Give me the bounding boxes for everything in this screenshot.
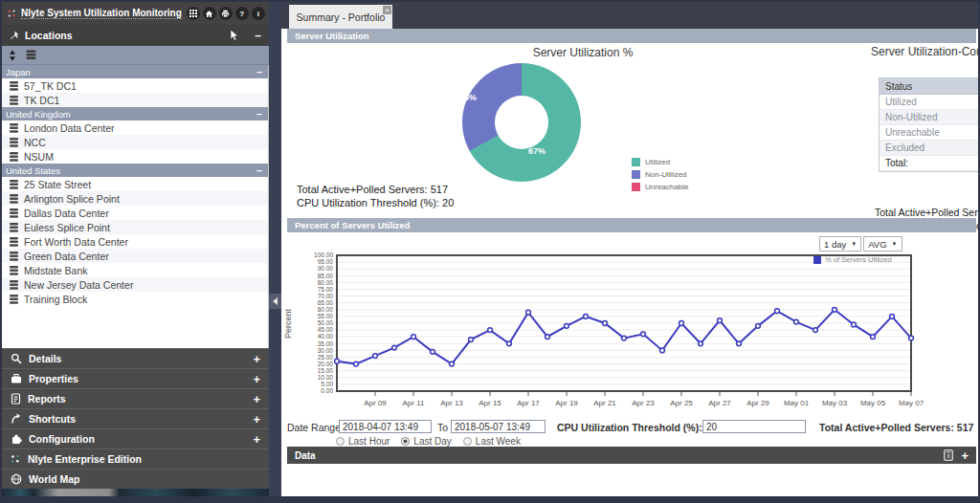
radio-label: Last Hour	[348, 436, 390, 447]
server-icon	[10, 295, 18, 304]
app-window: Nlyte System Utilization Monitoring ? i …	[0, 0, 980, 503]
location-item[interactable]: Euless Splice Point	[2, 220, 268, 234]
radio-button[interactable]	[401, 437, 410, 446]
accordion-label: Details	[29, 353, 61, 364]
help-icon[interactable]: ?	[235, 7, 249, 20]
location-item[interactable]: Fort Worth Data Center	[2, 234, 268, 249]
svg-text:45.00: 45.00	[318, 326, 334, 333]
accordion-item-world-map[interactable]: World Map	[2, 469, 269, 489]
server-filter-icon[interactable]	[26, 50, 36, 60]
excel-export-icon[interactable]: x	[944, 449, 953, 461]
tab-summary-portfolio[interactable]: Summary - Portfolio ×	[289, 5, 392, 29]
collapse-icon[interactable]: –	[256, 108, 262, 120]
right-total-servers-text: Total Active+Polled Servers:	[875, 206, 978, 219]
svg-text:40.00: 40.00	[318, 333, 334, 339]
expand-icon[interactable]: +	[253, 372, 260, 386]
grid-icon[interactable]	[187, 7, 200, 20]
svg-text:0.00: 0.00	[321, 387, 333, 394]
expand-icon[interactable]: +	[961, 449, 969, 462]
server-icon	[10, 252, 18, 261]
interval-value: 1 day	[824, 239, 846, 250]
svg-text:Apr 15: Apr 15	[479, 399, 501, 407]
svg-text:Apr 09: Apr 09	[364, 399, 387, 407]
server-icon	[10, 237, 18, 247]
location-item[interactable]: 57_TK DC1	[2, 78, 268, 93]
location-item[interactable]: Dallas Data Center	[2, 206, 268, 220]
location-item[interactable]: Green Data Center	[2, 249, 268, 263]
radio-option-last-week[interactable]: Last Week	[463, 436, 521, 447]
legend-swatch	[632, 158, 640, 166]
donut-chart[interactable]	[462, 63, 581, 182]
expand-icon[interactable]: +	[253, 412, 260, 426]
sidebar-collapse-button[interactable]	[269, 294, 281, 309]
location-item-label: London Data Center	[24, 122, 115, 134]
totals-left: Total Active+Polled Servers: 517 CPU Uti…	[297, 183, 454, 209]
accordion-item-shortcuts[interactable]: Shortcuts+	[2, 408, 269, 428]
accordion-item-nlyte-enterprise-edition[interactable]: Nlyte Enterprise Edition	[2, 448, 269, 469]
server-icon	[10, 180, 18, 189]
expand-icon[interactable]: +	[253, 392, 260, 406]
legend-label: Unreachable	[645, 183, 688, 191]
accordion-item-configuration[interactable]: Configuration+	[2, 428, 269, 448]
date-to-input[interactable]	[451, 420, 546, 433]
status-table-header[interactable]: Status	[880, 78, 978, 95]
cpu-threshold-input[interactable]	[702, 420, 806, 433]
section-header-data[interactable]: Data x +	[287, 447, 976, 464]
date-from-input[interactable]	[339, 420, 432, 433]
sidebar-splitter[interactable]	[269, 2, 281, 496]
app-header: Nlyte System Utilization Monitoring ? i	[2, 2, 269, 25]
location-item[interactable]: TK DC1	[2, 93, 268, 107]
accordion-item-details[interactable]: Details+	[2, 348, 269, 368]
expand-icon[interactable]: +	[253, 432, 260, 447]
tree-group-header[interactable]: United Kingdom–	[2, 107, 268, 120]
chevron-left-icon	[273, 297, 278, 305]
server-icon	[10, 194, 18, 204]
collapse-icon[interactable]: –	[256, 66, 262, 77]
locations-panel-header[interactable]: Locations –	[2, 25, 269, 46]
info-icon[interactable]: i	[252, 7, 265, 20]
svg-text:Apr 21: Apr 21	[593, 399, 616, 407]
cpu-threshold-text: CPU Utilization Threshold (%): 20	[297, 196, 454, 209]
radio-button[interactable]	[463, 437, 472, 446]
tree-group-header[interactable]: Japan–	[2, 65, 268, 78]
line-chart[interactable]: 0.005.0010.0015.0020.0025.0030.0035.0040…	[301, 250, 932, 418]
location-item[interactable]: New Jersey Data Center	[2, 277, 268, 292]
svg-text:20.00: 20.00	[318, 361, 334, 367]
accordion-item-properties[interactable]: Properties+	[2, 368, 269, 388]
tree-group-header[interactable]: United States–	[2, 164, 268, 177]
svg-text:Apr 17: Apr 17	[517, 399, 540, 407]
accordion-label: Properties	[29, 373, 78, 384]
accordion-item-reports[interactable]: Reports+	[2, 388, 269, 408]
location-item[interactable]: 25 State Street	[2, 177, 268, 191]
print-icon[interactable]	[219, 7, 233, 20]
location-item[interactable]: NCC	[2, 135, 268, 149]
tree-group-label: United States	[6, 165, 256, 176]
collapse-icon[interactable]: –	[255, 30, 261, 41]
svg-text:May 05: May 05	[860, 399, 886, 407]
world-map-preview[interactable]	[2, 489, 269, 496]
radio-label: Last Week	[476, 436, 521, 447]
svg-text:100.00: 100.00	[314, 252, 333, 258]
section-header-server-utilization: Server Utilization	[287, 29, 976, 43]
collapse-icon[interactable]: –	[256, 164, 262, 176]
home-icon[interactable]	[203, 7, 216, 20]
svg-text:70.00: 70.00	[318, 293, 334, 299]
location-item[interactable]: NSUM	[2, 149, 268, 164]
legend-label: Non-Utilized	[645, 170, 687, 179]
data-label: Data	[295, 450, 316, 461]
expand-icon[interactable]: +	[253, 352, 260, 366]
location-item-label: TK DC1	[24, 95, 59, 106]
svg-text:90.00: 90.00	[318, 265, 334, 272]
location-item[interactable]: Midstate Bank	[2, 263, 268, 277]
radio-option-last-hour[interactable]: Last Hour	[336, 436, 390, 447]
location-item[interactable]: London Data Center	[2, 120, 268, 135]
location-item[interactable]: Arlington Splice Point	[2, 191, 268, 206]
radio-option-last-day[interactable]: Last Day	[401, 436, 451, 447]
location-item[interactable]: Training Block	[2, 292, 268, 306]
radio-button[interactable]	[336, 437, 345, 446]
tab-close-icon[interactable]: ×	[383, 6, 391, 14]
svg-text:50.00: 50.00	[318, 319, 334, 326]
pin-icon	[10, 31, 19, 40]
svg-text:55.00: 55.00	[318, 313, 334, 319]
sort-icon[interactable]	[9, 50, 16, 61]
